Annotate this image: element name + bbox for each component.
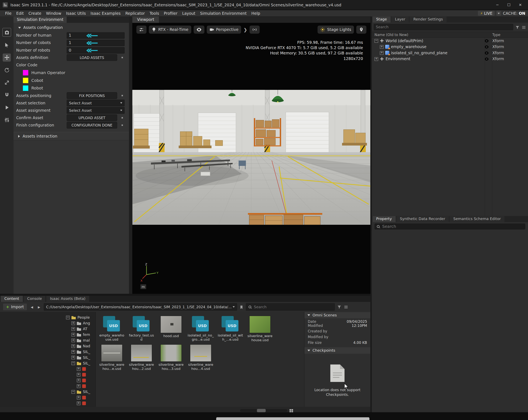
- drag-arrow-icon[interactable]: [87, 34, 98, 39]
- expander-icon[interactable]: +: [72, 356, 75, 359]
- snap-tool-icon[interactable]: [3, 91, 11, 99]
- minimize-button[interactable]: ─: [492, 3, 502, 7]
- bookmark-icon[interactable]: [240, 304, 243, 309]
- filter-icon[interactable]: [515, 25, 520, 29]
- asset-selection-dropdown[interactable]: Select Asset: [67, 100, 125, 106]
- menu-item[interactable]: Help: [249, 11, 263, 16]
- file-item[interactable]: USD silverline_warehou...2.usd: [127, 343, 156, 372]
- file-item[interactable]: USD silverline_warehou...3.usd: [156, 343, 186, 372]
- expander-icon[interactable]: −: [66, 316, 70, 319]
- content-search[interactable]: [246, 303, 335, 311]
- menu-item[interactable]: Profiler: [161, 11, 180, 16]
- assets-configuration-header[interactable]: Assets configuration: [13, 23, 129, 32]
- type-column-header[interactable]: Type: [490, 33, 528, 37]
- expander-icon[interactable]: +: [72, 321, 75, 325]
- number-input[interactable]: 1: [67, 39, 125, 46]
- expander-icon[interactable]: +: [77, 379, 81, 382]
- path-bar[interactable]: C:/Users/Angela/Desktop/User_Extensions/…: [44, 303, 237, 311]
- property-search-input[interactable]: [382, 224, 523, 229]
- stage-search-input[interactable]: [376, 25, 511, 29]
- tree-item[interactable]: +: [0, 395, 95, 401]
- file-item[interactable]: USD silverline_warehou...e.usd: [97, 343, 127, 372]
- stage-options-icon[interactable]: [522, 25, 526, 29]
- tree-item[interactable]: − SIL_: [0, 361, 95, 366]
- visibility-toggle[interactable]: [483, 39, 490, 43]
- menu-item[interactable]: Window: [44, 11, 64, 16]
- location-pin-button[interactable]: [356, 26, 366, 34]
- stage-lights-button[interactable]: Stage Lights: [318, 26, 354, 34]
- tree-item[interactable]: − People: [0, 315, 95, 320]
- menu-item[interactable]: Create: [26, 11, 44, 16]
- visibility-toggle[interactable]: [483, 51, 490, 55]
- expander-icon[interactable]: +: [77, 373, 81, 377]
- omni-scenes-section-header[interactable]: Omni Scenes: [304, 312, 370, 318]
- column-divider[interactable]: [485, 38, 485, 216]
- visibility-options-button[interactable]: [193, 26, 204, 34]
- tree-item[interactable]: + SIL_: [0, 355, 95, 361]
- upload-asset-button[interactable]: UPLOAD ASSET: [67, 114, 117, 121]
- visibility-toggle[interactable]: [483, 45, 490, 49]
- column-divider[interactable]: [492, 38, 492, 216]
- renderer-dropdown[interactable]: RTX - Real-Time: [149, 26, 191, 34]
- expander-icon[interactable]: +: [72, 327, 75, 331]
- tune-tool-icon[interactable]: [3, 116, 11, 124]
- file-item[interactable]: USD isolated_sil_no_gro...e.usd: [186, 315, 216, 343]
- tab-viewport[interactable]: Viewport: [132, 17, 159, 23]
- stage-row[interactable]: + isolated_sil_no_ground_plane Xform: [372, 50, 528, 56]
- camera-dropdown[interactable]: Perspective: [207, 26, 241, 34]
- file-item[interactable]: USD isolated_sil_with_...e.usd: [216, 315, 245, 343]
- drag-arrow-icon[interactable]: [87, 48, 98, 53]
- stage-search[interactable]: [374, 24, 513, 30]
- tree-item[interactable]: +: [0, 366, 95, 372]
- expander-icon[interactable]: +: [72, 344, 75, 348]
- stage-tab[interactable]: Render Settings: [410, 17, 447, 23]
- screenshot-tool-icon[interactable]: [2, 28, 11, 37]
- configuration-done-button[interactable]: CONFIGURATION DONE: [67, 122, 117, 128]
- tree-item[interactable]: +: [0, 372, 95, 378]
- tree-item[interactable]: +: [0, 401, 95, 406]
- reset-dot-icon[interactable]: [122, 117, 123, 118]
- visibility-toggle[interactable]: [483, 57, 490, 61]
- viewport-3d-scene[interactable]: [132, 90, 370, 225]
- fix-positions-button[interactable]: FIX POSITIONS: [67, 92, 117, 99]
- content-tab[interactable]: Content: [1, 296, 23, 302]
- menu-item[interactable]: Replicator: [123, 11, 147, 16]
- reset-dot-icon[interactable]: [122, 95, 123, 96]
- reset-dot-icon[interactable]: [122, 124, 123, 126]
- asset-assignment-dropdown[interactable]: Select Asset: [67, 107, 125, 114]
- expander-icon[interactable]: −: [72, 362, 75, 365]
- stage-row[interactable]: + Environment Xform: [372, 56, 528, 62]
- content-tab[interactable]: Isaac Assets (Beta): [46, 296, 89, 302]
- tab-simulation-environment[interactable]: Simulation Environment: [13, 17, 67, 23]
- import-button[interactable]: + Import: [3, 303, 27, 311]
- scale-tool-icon[interactable]: [3, 78, 11, 86]
- expander-icon[interactable]: +: [72, 333, 75, 337]
- number-input[interactable]: 1: [67, 32, 125, 38]
- nav-back-button[interactable]: ◂: [29, 304, 34, 309]
- content-search-input[interactable]: [254, 305, 332, 309]
- reset-dot-icon[interactable]: [122, 57, 123, 58]
- menu-item[interactable]: File: [3, 11, 14, 16]
- load-assets-button[interactable]: LOAD ASSETS: [67, 54, 117, 61]
- stage-tab[interactable]: Layer: [391, 17, 409, 23]
- view-options-icon[interactable]: [344, 304, 348, 309]
- toolbar-expand-chevron-icon[interactable]: ❯: [243, 27, 247, 32]
- property-search[interactable]: [374, 223, 525, 230]
- tree-item[interactable]: + mal: [0, 338, 95, 343]
- tree-item[interactable]: + Nad: [0, 343, 95, 349]
- tree-item[interactable]: + SIL_: [0, 349, 95, 355]
- stage-row[interactable]: + empty_warehouse Xform: [372, 44, 528, 50]
- tree-item[interactable]: +: [0, 383, 95, 389]
- waypoint-record-button[interactable]: [250, 26, 260, 34]
- tree-item[interactable]: + AT: [0, 326, 95, 332]
- filter-icon[interactable]: [337, 304, 341, 309]
- rotate-tool-icon[interactable]: [3, 66, 11, 74]
- file-item[interactable]: USD empty_warehouse.usd: [97, 315, 127, 343]
- assets-interaction-header[interactable]: Assets interaction: [13, 132, 129, 140]
- expander-icon[interactable]: +: [77, 402, 81, 405]
- viewport[interactable]: RTX - Real-Time Perspective ❯: [132, 23, 370, 294]
- live-badge[interactable]: ⚡ LIVE: [478, 11, 495, 16]
- expander-icon[interactable]: +: [72, 338, 75, 342]
- select-tool-icon[interactable]: [3, 41, 11, 49]
- content-tab[interactable]: Console: [24, 296, 46, 302]
